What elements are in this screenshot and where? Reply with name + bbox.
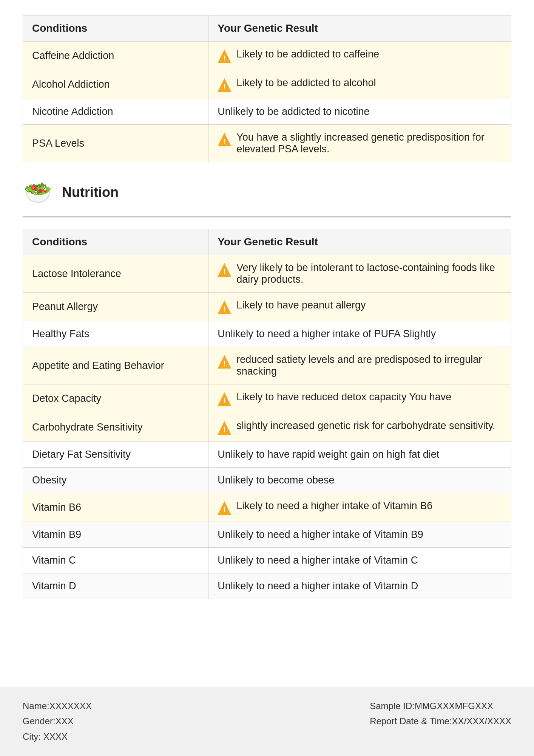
result-cell: Unlikely to need a higher intake of Vita… (208, 573, 511, 599)
result-text: You have a slightly increased genetic pr… (236, 132, 502, 155)
result-text: Likely to have reduced detox capacity Yo… (236, 391, 451, 403)
result-cell: Very likely to be intolerant to lactose-… (208, 255, 511, 293)
warning-icon (218, 355, 231, 369)
nutrition-table: Conditions Your Genetic Result Lactose I… (23, 229, 511, 599)
condition-cell: Healthy Fats (23, 321, 208, 347)
warning-icon (218, 78, 231, 92)
condition-cell: Nicotine Addiction (23, 99, 208, 125)
table-row: PSA LevelsYou have a slightly increased … (23, 125, 511, 162)
result-cell: reduced satiety levels and are predispos… (208, 347, 511, 384)
condition-cell: Obesity (23, 468, 208, 493)
result-text: Unlikely to need a higher intake of Vita… (218, 529, 423, 541)
table-row: Vitamin CUnlikely to need a higher intak… (23, 548, 511, 573)
condition-cell: Detox Capacity (23, 384, 208, 413)
warning-icon (218, 133, 231, 146)
footer-left: Name:XXXXXXX Gender:XXX City: XXXX (23, 699, 92, 745)
footer-sample-id: Sample ID:MMGXXXMFGXXX (370, 699, 511, 714)
table-row: Vitamin B6Likely to need a higher intake… (23, 493, 511, 522)
warning-icon (218, 50, 231, 63)
condition-cell: Dietary Fat Sensitivity (23, 442, 208, 468)
result-text: slightly increased genetic risk for carb… (236, 420, 495, 432)
footer-report-date: Report Date & Time:XX/XXX/XXXX (370, 714, 511, 729)
condition-cell: PSA Levels (23, 125, 208, 162)
result-cell: Unlikely to become obese (208, 468, 511, 493)
result-cell: Likely to be addicted to alcohol (208, 70, 511, 99)
nutrition-section-header: 🥗 Nutrition (23, 177, 511, 208)
result-cell: Likely to be addicted to caffeine (208, 42, 511, 70)
condition-cell: Vitamin B6 (23, 493, 208, 522)
result-text: Unlikely to become obese (218, 474, 334, 486)
table-row: Appetite and Eating Behaviorreduced sati… (23, 347, 511, 384)
result-text: Unlikely to need a higher intake of Vita… (218, 580, 418, 592)
nutrition-title: Nutrition (62, 184, 119, 200)
table-row: Nicotine AddictionUnlikely to be addicte… (23, 99, 511, 125)
condition-cell: Carbohydrate Sensitivity (23, 413, 208, 442)
result-cell: slightly increased genetic risk for carb… (208, 413, 511, 442)
table-row: Peanut AllergyLikely to have peanut alle… (23, 293, 511, 321)
result-text: Unlikely to need a higher intake of PUFA… (218, 328, 436, 340)
result-text: reduced satiety levels and are predispos… (236, 354, 502, 377)
result-cell: Likely to have peanut allergy (208, 293, 511, 321)
condition-cell: Appetite and Eating Behavior (23, 347, 208, 384)
addictions-col1-header: Conditions (23, 15, 208, 42)
table-row: Carbohydrate Sensitivityslightly increas… (23, 413, 511, 442)
table-row: Detox CapacityLikely to have reduced det… (23, 384, 511, 413)
result-text: Likely to be addicted to caffeine (236, 48, 379, 60)
warning-icon (218, 263, 231, 277)
condition-cell: Vitamin D (23, 573, 208, 599)
result-cell: Unlikely to need a higher intake of PUFA… (208, 321, 511, 347)
table-row: Dietary Fat SensitivityUnlikely to have … (23, 442, 511, 468)
result-text: Very likely to be intolerant to lactose-… (236, 262, 502, 285)
table-row: ObesityUnlikely to become obese (23, 468, 511, 493)
footer-city: City: XXXX (23, 729, 92, 745)
result-text: Likely to be addicted to alcohol (236, 77, 376, 89)
result-text: Likely to need a higher intake of Vitami… (236, 500, 432, 512)
warning-icon (218, 392, 231, 406)
result-text: Unlikely to be addicted to nicotine (218, 106, 369, 118)
condition-cell: Vitamin C (23, 548, 208, 573)
result-text: Unlikely to need a higher intake of Vita… (218, 555, 418, 566)
condition-cell: Vitamin B9 (23, 522, 208, 548)
result-text: Unlikely to have rapid weight gain on hi… (218, 449, 439, 460)
nutrition-divider (23, 217, 511, 217)
result-cell: Unlikely to be addicted to nicotine (208, 99, 511, 125)
warning-icon (218, 501, 231, 515)
table-row: Lactose IntoleranceVery likely to be int… (23, 255, 511, 293)
warning-icon (218, 421, 231, 435)
condition-cell: Caffeine Addiction (23, 42, 208, 70)
footer: Name:XXXXXXX Gender:XXX City: XXXX Sampl… (0, 687, 534, 756)
footer-gender: Gender:XXX (23, 714, 92, 729)
condition-cell: Lactose Intolerance (23, 255, 208, 293)
nutrition-col1-header: Conditions (23, 229, 208, 255)
nutrition-icon: 🥗 (23, 177, 53, 208)
result-cell: Unlikely to need a higher intake of Vita… (208, 522, 511, 548)
result-text: Likely to have peanut allergy (236, 299, 366, 311)
condition-cell: Alcohol Addiction (23, 70, 208, 99)
warning-icon (218, 301, 231, 314)
result-cell: Unlikely to need a higher intake of Vita… (208, 548, 511, 573)
nutrition-col2-header: Your Genetic Result (208, 229, 511, 255)
condition-cell: Peanut Allergy (23, 293, 208, 321)
result-cell: Unlikely to have rapid weight gain on hi… (208, 442, 511, 468)
addictions-table: Conditions Your Genetic Result Caffeine … (23, 15, 511, 162)
footer-right: Sample ID:MMGXXXMFGXXX Report Date & Tim… (370, 699, 511, 730)
table-row: Caffeine AddictionLikely to be addicted … (23, 42, 511, 70)
result-cell: Likely to need a higher intake of Vitami… (208, 493, 511, 522)
table-row: Healthy FatsUnlikely to need a higher in… (23, 321, 511, 347)
footer-name: Name:XXXXXXX (23, 699, 92, 714)
table-row: Vitamin DUnlikely to need a higher intak… (23, 573, 511, 599)
result-cell: You have a slightly increased genetic pr… (208, 125, 511, 162)
table-row: Vitamin B9Unlikely to need a higher inta… (23, 522, 511, 548)
addictions-col2-header: Your Genetic Result (208, 15, 511, 42)
result-cell: Likely to have reduced detox capacity Yo… (208, 384, 511, 413)
table-row: Alcohol AddictionLikely to be addicted t… (23, 70, 511, 99)
